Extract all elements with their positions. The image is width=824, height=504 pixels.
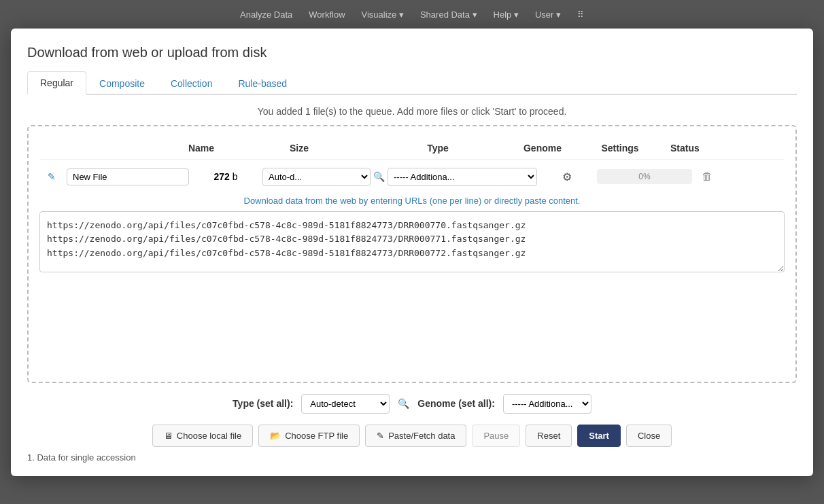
queue-message: You added 1 file(s) to the queue. Add mo… [27,106,797,117]
genome-select[interactable]: ----- Additiona... [388,168,537,186]
header-spacer [42,143,165,154]
url-textarea[interactable]: https://zenodo.org/api/files/c07c0fbd-c5… [39,211,785,272]
choose-local-icon: 🖥 [164,431,173,441]
header-type: Type [363,143,513,154]
pause-button[interactable]: Pause [472,425,520,447]
tab-bar: Regular Composite Collection Rule-based [27,71,797,95]
header-settings: Settings [572,143,668,154]
tab-regular[interactable]: Regular [27,71,86,95]
header-size: Size [238,143,360,154]
type-search-icon[interactable]: 🔍 [373,171,385,182]
choose-ftp-icon: 📂 [270,431,281,441]
type-set-all-search-icon[interactable]: 🔍 [398,398,409,409]
footer-note: 1. Data for single accession [27,452,797,463]
settings-button[interactable]: ⚙ [540,170,594,183]
action-buttons: 🖥 Choose local file 📂 Choose FTP file ✎ … [27,425,797,447]
set-all-controls: Type (set all): Auto-detect 🔍 Genome (se… [27,394,797,414]
choose-ftp-button[interactable]: 📂 Choose FTP file [258,425,360,447]
progress-label: 0% [638,172,650,181]
reset-button[interactable]: Reset [526,425,572,447]
tab-composite[interactable]: Composite [86,71,158,95]
type-set-all-label: Type (set all): [233,398,293,409]
file-upload-area: Name Size Type Genome Settings Status ✎ … [27,125,797,383]
table-row: ✎ 272 b Auto-d... 🔍 ----- Additiona... ⚙… [39,165,785,189]
start-button[interactable]: Start [577,425,621,447]
header-status: Status [670,143,695,154]
file-size: 272 b [192,171,260,182]
table-header: Name Size Type Genome Settings Status [39,137,785,160]
genome-set-all-label: Genome (set all): [417,398,495,409]
genome-select-wrap: ----- Additiona... [388,168,537,186]
file-name-input[interactable] [67,168,189,185]
choose-local-button[interactable]: 🖥 Choose local file [152,425,253,447]
delete-button[interactable]: 🗑 [695,170,719,183]
type-select[interactable]: Auto-d... [262,168,371,186]
paste-fetch-icon: ✎ [377,431,384,441]
close-button[interactable]: Close [626,425,672,447]
edit-button[interactable]: ✎ [39,171,64,182]
paste-fetch-button[interactable]: ✎ Paste/Fetch data [365,425,466,447]
genome-set-all-select[interactable]: ----- Additiona... [503,394,591,414]
type-select-wrap: Auto-d... 🔍 [262,168,385,186]
progress-bar: 0% [597,169,692,184]
topbar: Analyze Data Workflow Visualize ▾ Shared… [11,10,813,20]
url-hint: Download data from the web by entering U… [39,196,785,206]
tab-rule-based[interactable]: Rule-based [225,71,300,95]
tab-collection[interactable]: Collection [158,71,225,95]
header-name: Name [167,143,235,154]
header-genome: Genome [515,143,570,154]
modal-title: Download from web or upload from disk [27,45,797,60]
type-set-all-select[interactable]: Auto-detect [301,394,390,414]
